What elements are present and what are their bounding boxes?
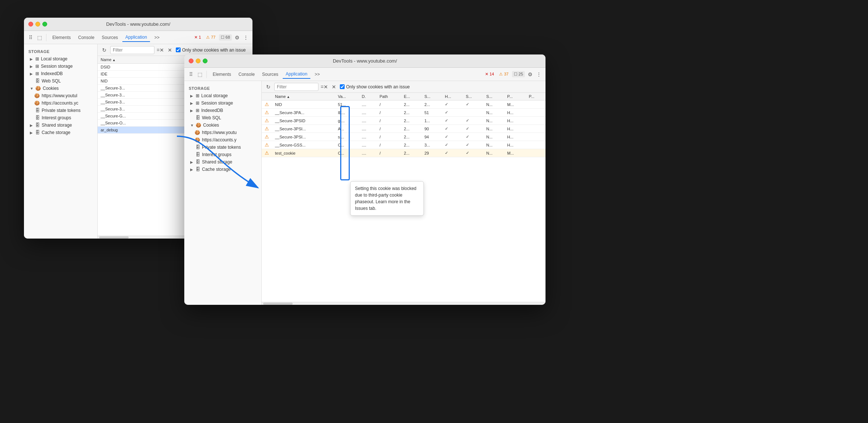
sidebar-shared-2[interactable]: ▶ 🗄 Shared storage bbox=[184, 158, 261, 166]
more-icon-2[interactable]: ⋮ bbox=[535, 71, 543, 78]
maximize-button-1[interactable] bbox=[42, 22, 47, 27]
sidebar-websql-1[interactable]: ▶ 🗄 Web SQL bbox=[24, 77, 97, 85]
maximize-button-2[interactable] bbox=[203, 59, 208, 63]
sidebar-session-storage-1[interactable]: ▶ ⊞ Session storage bbox=[24, 63, 97, 70]
tab-more-2[interactable]: >> bbox=[312, 70, 323, 78]
sidebar-interest-1[interactable]: ▶ 🗄 Interest groups bbox=[24, 114, 97, 121]
tab-elements-1[interactable]: Elements bbox=[49, 34, 74, 42]
sidebar-yt-2[interactable]: 🍪 https://www.youtu bbox=[184, 129, 261, 136]
tab-application-1[interactable]: Application bbox=[122, 33, 150, 42]
col-warn[interactable] bbox=[262, 93, 272, 101]
table-row[interactable]: ⚠ __Secure-3PSIDg......../2...1...✓✓N...… bbox=[262, 117, 545, 125]
sidebar-cookies-1[interactable]: ▼ 🍪 Cookies bbox=[24, 85, 97, 92]
sidebar-2: Storage ▶ ⊞ Local storage ▶ ⊞ Session st… bbox=[184, 81, 262, 305]
interest-label-1: Interest groups bbox=[42, 115, 71, 120]
table-area-2[interactable]: Name Va... D. Path E... S... H... S... S… bbox=[262, 93, 545, 302]
settings-icon-1[interactable]: ⚙ bbox=[233, 34, 241, 41]
cookie-issue-filter-2[interactable]: Only show cookies with an issue bbox=[340, 84, 410, 89]
sidebar-session-2[interactable]: ▶ ⊞ Session storage bbox=[184, 99, 261, 107]
window-title-2: DevTools - www.youtube.com/ bbox=[333, 58, 397, 64]
tab-sources-1[interactable]: Sources bbox=[99, 34, 121, 42]
settings-icon-2[interactable]: ⚙ bbox=[526, 71, 534, 78]
tab-application-2[interactable]: Application bbox=[283, 70, 310, 79]
tab-more-1[interactable]: >> bbox=[151, 34, 163, 42]
sidebar-cache-2[interactable]: ▶ 🗄 Cache storage bbox=[184, 166, 261, 173]
db-icon-websql-2: 🗄 bbox=[196, 115, 200, 120]
col-p2[interactable]: P... bbox=[526, 93, 545, 101]
separator-1 bbox=[46, 34, 46, 41]
col-s[interactable]: S... bbox=[421, 93, 442, 101]
scrollbar-thumb-2[interactable] bbox=[263, 303, 293, 305]
info-badge-2: ☐ 25 bbox=[512, 71, 525, 77]
table-row[interactable]: ⚠ __Secure-3PSI...A......./2...90✓✓N...H… bbox=[262, 125, 545, 133]
sidebar-local-2[interactable]: ▶ ⊞ Local storage bbox=[184, 92, 261, 99]
col-name-2[interactable]: Name bbox=[272, 93, 335, 101]
close-button-1[interactable] bbox=[28, 22, 33, 27]
more-icon-1[interactable]: ⋮ bbox=[242, 34, 250, 41]
separator-2 bbox=[206, 71, 207, 78]
minimize-button-1[interactable] bbox=[35, 22, 40, 27]
table-row[interactable]: ⚠ test_cookieC......./2...29✓✓N...M... bbox=[262, 149, 545, 157]
col-e[interactable]: E... bbox=[401, 93, 422, 101]
indexeddb-label-1: IndexedDB bbox=[41, 71, 63, 76]
col-d[interactable]: D. bbox=[359, 93, 376, 101]
sidebar-accounts-cookie-1[interactable]: 🍪 https://accounts.yc bbox=[24, 99, 97, 107]
device-icon[interactable]: ⬚ bbox=[36, 34, 43, 41]
warning-badge-2: ⚠ 37 bbox=[497, 71, 510, 77]
sidebar-youtube-cookie-1[interactable]: 🍪 https://www.youtul bbox=[24, 92, 97, 99]
close-button-2[interactable] bbox=[189, 59, 194, 63]
sidebar-interest-2[interactable]: ▶ 🗄 Interest groups bbox=[184, 151, 261, 158]
scrollbar-h-2[interactable] bbox=[262, 302, 545, 305]
cookies-label-1: Cookies bbox=[43, 86, 59, 91]
session-storage-label-1: Session storage bbox=[41, 64, 73, 69]
sidebar-indexeddb-1[interactable]: ▶ ⊞ IndexedDB bbox=[24, 70, 97, 77]
table-row[interactable]: ⚠ __Secure-GSS...C......./2...3...✓✓N...… bbox=[262, 141, 545, 149]
sidebar-private-2[interactable]: ▶ 🗄 Private state tokens bbox=[184, 144, 261, 151]
col-s2[interactable]: S... bbox=[463, 93, 484, 101]
table-row[interactable]: ⚠ NID51......./2...2...✓✓N...M... bbox=[262, 101, 545, 109]
tab-elements-2[interactable]: Elements bbox=[210, 70, 234, 78]
info-badge-1: ☐ 68 bbox=[219, 34, 232, 40]
cookie-icon-yt-1: 🍪 bbox=[34, 93, 40, 98]
tab-console-2[interactable]: Console bbox=[236, 70, 258, 78]
table-row[interactable]: ⚠ __Secure-3PA...IE......./2...51✓N...H.… bbox=[262, 109, 545, 117]
elements-icon[interactable]: ⠿ bbox=[27, 34, 34, 41]
minimize-button-2[interactable] bbox=[196, 59, 201, 63]
col-path[interactable]: Path bbox=[377, 93, 401, 101]
device-icon-2[interactable]: ⬚ bbox=[196, 71, 203, 78]
warn-icon: ⚠ bbox=[265, 110, 269, 115]
table-row[interactable]: ⚠ __Secure-3PSI...si......./2...94✓✓N...… bbox=[262, 133, 545, 141]
cookie-tooltip: Setting this cookie was blocked due to t… bbox=[350, 181, 424, 216]
delete-icon-2[interactable]: ✕ bbox=[330, 83, 338, 91]
col-p[interactable]: P... bbox=[504, 93, 526, 101]
refresh-icon-2[interactable]: ↻ bbox=[265, 83, 272, 91]
sidebar-websql-2[interactable]: ▶ 🗄 Web SQL bbox=[184, 114, 261, 121]
sidebar-private-tokens-1[interactable]: ▶ 🗄 Private state tokens bbox=[24, 107, 97, 114]
sidebar-shared-1[interactable]: ▶ 🗄 Shared storage bbox=[24, 121, 97, 129]
elements-icon-2[interactable]: ⠿ bbox=[187, 71, 195, 78]
tab-console-1[interactable]: Console bbox=[75, 34, 97, 42]
scrollbar-thumb-1[interactable] bbox=[99, 236, 129, 239]
error-badge-1: ✕ 1 bbox=[192, 34, 203, 40]
delete-icon-1[interactable]: ✕ bbox=[166, 46, 174, 54]
col-s3[interactable]: S... bbox=[483, 93, 504, 101]
db-icon-private-1: 🗄 bbox=[35, 108, 40, 113]
tab-sources-2[interactable]: Sources bbox=[259, 70, 281, 78]
cookie-issue-filter-1[interactable]: Only show cookies with an issue bbox=[176, 47, 246, 53]
sidebar-cache-1[interactable]: ▶ 🗄 Cache storage bbox=[24, 129, 97, 136]
cookie-icon-acc-1: 🍪 bbox=[34, 101, 40, 106]
clear-filter-icon-2[interactable]: =✕ bbox=[321, 83, 328, 91]
db-icon-session-1: ⊞ bbox=[35, 64, 39, 69]
filter-input-2[interactable] bbox=[274, 83, 318, 91]
col-h[interactable]: H... bbox=[442, 93, 463, 101]
refresh-icon-1[interactable]: ↻ bbox=[101, 46, 108, 54]
sidebar-indexed-2[interactable]: ▶ ⊞ IndexedDB bbox=[184, 107, 261, 114]
sidebar-local-storage-1[interactable]: ▶ ⊞ Local storage bbox=[24, 55, 97, 63]
db-icon-1: ⊞ bbox=[35, 56, 39, 61]
sidebar-cookies-2[interactable]: ▼ 🍪 Cookies bbox=[184, 121, 261, 129]
clear-filter-icon-1[interactable]: =✕ bbox=[157, 46, 164, 54]
accounts-cookie-label-1: https://accounts.yc bbox=[42, 101, 78, 106]
sidebar-acc-2[interactable]: 🍪 https://accounts.y bbox=[184, 136, 261, 144]
col-value-2[interactable]: Va... bbox=[335, 93, 359, 101]
filter-input-1[interactable] bbox=[110, 46, 154, 54]
